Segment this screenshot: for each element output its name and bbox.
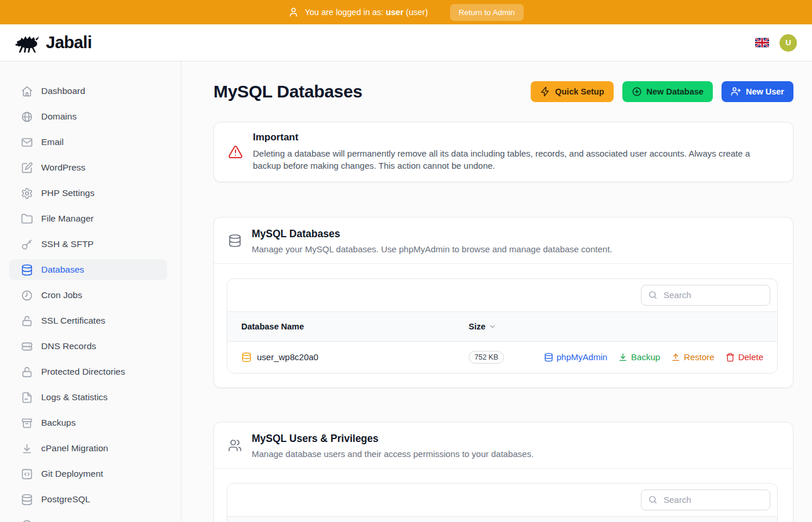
sidebar-item-postgresql[interactable]: PostgreSQL (9, 489, 167, 510)
user-icon (288, 7, 299, 17)
mysql-databases-section: MySQL Databases Manage your MySQL databa… (213, 217, 793, 388)
gear-icon (21, 187, 33, 200)
sidebar-item-email[interactable]: Email (9, 132, 167, 153)
databases-table-header: Database Name Size (227, 311, 777, 342)
mysql-users-section: MySQL Users & Privileges Manage database… (213, 422, 793, 522)
sidebar-item-backups[interactable]: Backups (9, 412, 167, 433)
sidebar-item-domains[interactable]: Domains (9, 106, 167, 127)
delete-link[interactable]: Delete (726, 352, 763, 362)
server-icon (21, 340, 33, 353)
sidebar-item-dns-records[interactable]: DNS Records (9, 336, 167, 357)
search-icon (648, 495, 658, 505)
boar-icon (15, 32, 42, 54)
alert-triangle-icon (228, 144, 243, 160)
home-icon (21, 85, 33, 97)
sidebar-item-file-manager[interactable]: File Manager (9, 208, 167, 229)
search-icon (648, 290, 658, 300)
mail-icon (21, 136, 33, 148)
new-database-button[interactable]: New Database (622, 81, 713, 102)
trash-icon (726, 353, 735, 362)
return-to-admin-button[interactable]: Return to Admin (450, 4, 524, 21)
backup-link[interactable]: Backup (618, 352, 660, 362)
quick-setup-button[interactable]: Quick Setup (531, 81, 614, 102)
user-plus-icon (731, 86, 741, 97)
app-header: Jabali U (0, 24, 812, 61)
logged-in-role: (user) (406, 8, 428, 17)
section-title: MySQL Databases (252, 228, 612, 240)
pen-icon (21, 162, 33, 174)
key-icon (21, 238, 33, 251)
clock-icon (21, 289, 33, 302)
sidebar-item-partial[interactable] (9, 514, 167, 522)
brand-name: Jabali (46, 33, 92, 52)
brand-logo[interactable]: Jabali (15, 32, 92, 54)
warning-body: Deleting a database will permanently rem… (253, 147, 779, 172)
section-subtitle: Manage your MySQL databases. Use phpMyAd… (252, 244, 612, 254)
users-table-header: User Database Privileges (227, 516, 777, 522)
code-icon (21, 468, 33, 480)
section-subtitle: Manage database users and their access p… (252, 449, 534, 459)
databases-search[interactable] (641, 285, 770, 306)
users-icon (228, 438, 242, 452)
chevron-down-icon (488, 322, 496, 331)
database-icon (241, 352, 252, 362)
sidebar: Dashboard Domains Email WordPress PHP Se… (0, 61, 182, 522)
page-title: MySQL Databases (213, 82, 362, 102)
sidebar-item-cron-jobs[interactable]: Cron Jobs (9, 285, 167, 306)
important-warning-card: Important Deleting a database will perma… (213, 122, 793, 182)
download-icon (618, 353, 628, 362)
logged-in-username: user (386, 8, 404, 17)
databases-search-input[interactable] (662, 289, 763, 300)
column-database-name: Database Name (227, 322, 469, 331)
file-text-icon (21, 392, 33, 404)
partial-icon (21, 519, 33, 522)
sidebar-item-php-settings[interactable]: PHP Settings (9, 183, 167, 204)
sidebar-item-dashboard[interactable]: Dashboard (9, 81, 167, 102)
database-icon (228, 234, 242, 248)
archive-icon (21, 417, 33, 429)
main-content: MySQL Databases Quick Setup New Database… (182, 61, 812, 522)
sidebar-item-cpanel-migration[interactable]: cPanel Migration (9, 438, 167, 459)
avatar[interactable]: U (780, 34, 797, 52)
users-search-input[interactable] (662, 494, 763, 505)
new-user-button[interactable]: New User (722, 81, 793, 102)
database-icon (21, 494, 33, 506)
folder-icon (21, 213, 33, 225)
upload-icon (671, 353, 680, 362)
phpmyadmin-link[interactable]: phpMyAdmin (544, 352, 608, 362)
database-name-cell: user_wp8c20a0 (227, 352, 469, 362)
users-search[interactable] (641, 490, 770, 510)
warning-title: Important (253, 132, 779, 143)
database-icon (21, 264, 33, 276)
sidebar-item-ssl-certificates[interactable]: SSL Certificates (9, 310, 167, 331)
globe-icon (21, 111, 33, 123)
language-flag-icon[interactable] (755, 38, 769, 48)
sidebar-item-git-deployment[interactable]: Git Deployment (9, 463, 167, 484)
sidebar-item-wordpress[interactable]: WordPress (9, 157, 167, 178)
sidebar-item-ssh-sftp[interactable]: SSH & SFTP (9, 234, 167, 255)
table-row: user_wp8c20a0 752 KB phpMyAdmin (227, 342, 777, 373)
zap-icon (540, 86, 550, 97)
restore-link[interactable]: Restore (671, 352, 715, 362)
plus-circle-icon (632, 86, 642, 97)
column-size-sort[interactable]: Size (469, 322, 777, 331)
sidebar-item-protected-directories[interactable]: Protected Directories (9, 361, 167, 382)
database-icon (544, 353, 553, 362)
download-icon (21, 443, 33, 455)
section-title: MySQL Users & Privileges (252, 433, 534, 445)
sidebar-item-databases[interactable]: Databases (9, 259, 167, 280)
size-badge: 752 KB (469, 351, 504, 364)
sidebar-item-logs-statistics[interactable]: Logs & Statistics (9, 387, 167, 408)
lock-icon (21, 366, 33, 378)
logged-in-message: You are logged in as: user (user) (304, 8, 427, 17)
impersonation-banner: You are logged in as: user (user) Return… (0, 0, 812, 24)
lock-icon (21, 315, 33, 327)
